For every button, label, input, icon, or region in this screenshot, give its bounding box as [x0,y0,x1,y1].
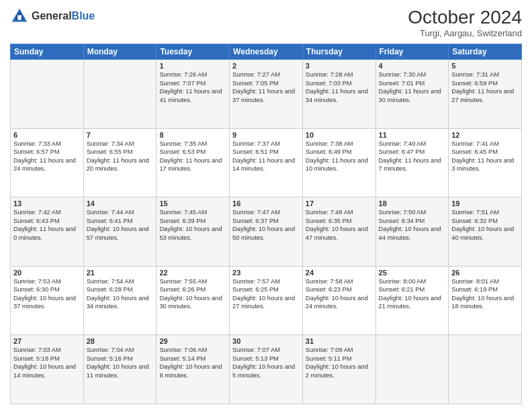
day-info: Sunrise: 7:53 AM Sunset: 6:30 PM Dayligh… [13,277,81,311]
calendar-cell: 15Sunrise: 7:45 AM Sunset: 6:39 PM Dayli… [157,197,230,267]
location: Turgi, Aargau, Switzerland [408,28,522,38]
calendar-cell: 6Sunrise: 7:33 AM Sunset: 6:57 PM Daylig… [11,128,84,197]
day-number: 16 [232,199,300,208]
day-number: 5 [451,62,519,70]
day-info: Sunrise: 8:01 AM Sunset: 6:19 PM Dayligh… [451,277,519,311]
calendar-week-2: 6Sunrise: 7:33 AM Sunset: 6:57 PM Daylig… [11,128,522,197]
calendar-cell: 7Sunrise: 7:34 AM Sunset: 6:55 PM Daylig… [83,128,157,197]
day-number: 25 [379,269,446,277]
calendar-header-friday: Friday [375,44,449,60]
calendar-cell: 9Sunrise: 7:37 AM Sunset: 6:51 PM Daylig… [230,128,303,197]
logo: GeneralBlue [10,7,95,26]
calendar-cell: 27Sunrise: 7:03 AM Sunset: 5:18 PM Dayli… [11,335,84,404]
header: GeneralBlue October 2024 Turgi, Aargau, … [10,7,522,38]
day-number: 20 [13,269,81,277]
calendar-week-1: 1Sunrise: 7:26 AM Sunset: 7:07 PM Daylig… [11,60,522,129]
calendar-week-4: 20Sunrise: 7:53 AM Sunset: 6:30 PM Dayli… [11,266,522,335]
day-number: 13 [13,199,81,208]
day-info: Sunrise: 7:50 AM Sunset: 6:34 PM Dayligh… [379,208,446,242]
logo-general: General [32,10,72,21]
day-info: Sunrise: 7:07 AM Sunset: 5:13 PM Dayligh… [232,346,300,379]
calendar-header-sunday: Sunday [11,44,84,60]
day-info: Sunrise: 7:57 AM Sunset: 6:25 PM Dayligh… [232,277,300,311]
day-number: 21 [87,269,154,277]
day-info: Sunrise: 7:03 AM Sunset: 5:18 PM Dayligh… [13,346,81,379]
logo-blue: Blue [72,10,95,21]
calendar-cell: 26Sunrise: 8:01 AM Sunset: 6:19 PM Dayli… [449,266,522,335]
calendar-header-monday: Monday [83,44,157,60]
calendar-cell: 10Sunrise: 7:38 AM Sunset: 6:49 PM Dayli… [302,128,375,197]
logo-text: GeneralBlue [32,10,95,22]
day-info: Sunrise: 7:45 AM Sunset: 6:39 PM Dayligh… [159,208,226,242]
day-number: 30 [232,337,300,345]
day-number: 9 [232,131,300,139]
calendar-header-row: SundayMondayTuesdayWednesdayThursdayFrid… [11,44,522,60]
day-info: Sunrise: 7:48 AM Sunset: 6:35 PM Dayligh… [306,208,373,242]
calendar-header-tuesday: Tuesday [157,44,230,60]
calendar-cell: 12Sunrise: 7:41 AM Sunset: 6:45 PM Dayli… [449,128,522,197]
day-number: 7 [87,131,154,139]
day-info: Sunrise: 8:00 AM Sunset: 6:21 PM Dayligh… [379,277,446,311]
calendar-cell: 20Sunrise: 7:53 AM Sunset: 6:30 PM Dayli… [11,266,84,335]
day-info: Sunrise: 7:41 AM Sunset: 6:45 PM Dayligh… [451,140,519,173]
day-info: Sunrise: 7:51 AM Sunset: 6:32 PM Dayligh… [451,208,519,242]
day-number: 26 [451,269,519,277]
calendar-week-5: 27Sunrise: 7:03 AM Sunset: 5:18 PM Dayli… [11,335,522,404]
calendar-header-wednesday: Wednesday [230,44,303,60]
day-info: Sunrise: 7:54 AM Sunset: 6:28 PM Dayligh… [87,277,154,311]
calendar-cell: 21Sunrise: 7:54 AM Sunset: 6:28 PM Dayli… [83,266,157,335]
day-number: 29 [159,337,226,345]
day-info: Sunrise: 7:37 AM Sunset: 6:51 PM Dayligh… [232,140,300,173]
day-number: 12 [451,131,519,139]
day-number: 6 [13,131,81,139]
day-number: 19 [451,199,519,208]
calendar-table: SundayMondayTuesdayWednesdayThursdayFrid… [10,44,522,404]
month-title: October 2024 [408,7,522,28]
day-info: Sunrise: 7:06 AM Sunset: 5:14 PM Dayligh… [159,346,226,379]
day-info: Sunrise: 7:26 AM Sunset: 7:07 PM Dayligh… [159,71,226,104]
day-number: 28 [87,337,154,345]
day-info: Sunrise: 7:44 AM Sunset: 6:41 PM Dayligh… [87,208,154,242]
calendar-cell: 3Sunrise: 7:28 AM Sunset: 7:03 PM Daylig… [302,60,375,129]
calendar-cell: 19Sunrise: 7:51 AM Sunset: 6:32 PM Dayli… [449,197,522,267]
day-number: 3 [306,62,373,70]
calendar-cell: 2Sunrise: 7:27 AM Sunset: 7:05 PM Daylig… [230,60,303,129]
calendar-cell: 11Sunrise: 7:40 AM Sunset: 6:47 PM Dayli… [375,128,449,197]
day-info: Sunrise: 7:04 AM Sunset: 5:16 PM Dayligh… [87,346,154,379]
day-info: Sunrise: 7:31 AM Sunset: 6:59 PM Dayligh… [451,71,519,104]
calendar-cell: 14Sunrise: 7:44 AM Sunset: 6:41 PM Dayli… [83,197,157,267]
day-info: Sunrise: 7:27 AM Sunset: 7:05 PM Dayligh… [232,71,300,104]
day-number: 17 [306,199,373,208]
calendar-cell: 31Sunrise: 7:09 AM Sunset: 5:11 PM Dayli… [302,335,375,404]
day-number: 4 [379,62,446,70]
calendar-cell [449,335,522,404]
calendar-cell: 30Sunrise: 7:07 AM Sunset: 5:13 PM Dayli… [230,335,303,404]
calendar-cell: 24Sunrise: 7:58 AM Sunset: 6:23 PM Dayli… [302,266,375,335]
day-number: 22 [159,269,226,277]
calendar-header-thursday: Thursday [302,44,375,60]
calendar-cell [11,60,84,129]
day-number: 14 [87,199,154,208]
calendar-cell: 28Sunrise: 7:04 AM Sunset: 5:16 PM Dayli… [83,335,157,404]
day-number: 23 [232,269,300,277]
day-number: 2 [232,62,300,70]
day-number: 24 [306,269,373,277]
page: GeneralBlue October 2024 Turgi, Aargau, … [0,0,532,411]
calendar-cell: 25Sunrise: 8:00 AM Sunset: 6:21 PM Dayli… [375,266,449,335]
day-info: Sunrise: 7:40 AM Sunset: 6:47 PM Dayligh… [379,140,446,173]
day-info: Sunrise: 7:58 AM Sunset: 6:23 PM Dayligh… [306,277,373,311]
day-number: 27 [13,337,81,345]
calendar-cell: 8Sunrise: 7:35 AM Sunset: 6:53 PM Daylig… [157,128,230,197]
calendar-cell: 1Sunrise: 7:26 AM Sunset: 7:07 PM Daylig… [157,60,230,129]
day-info: Sunrise: 7:38 AM Sunset: 6:49 PM Dayligh… [306,140,373,173]
calendar-cell [375,335,449,404]
day-info: Sunrise: 7:34 AM Sunset: 6:55 PM Dayligh… [87,140,154,173]
calendar-cell: 22Sunrise: 7:55 AM Sunset: 6:26 PM Dayli… [157,266,230,335]
logo-icon [10,7,29,26]
calendar-cell: 16Sunrise: 7:47 AM Sunset: 6:37 PM Dayli… [230,197,303,267]
day-info: Sunrise: 7:09 AM Sunset: 5:11 PM Dayligh… [306,346,373,379]
calendar-cell: 23Sunrise: 7:57 AM Sunset: 6:25 PM Dayli… [230,266,303,335]
calendar-cell [83,60,157,129]
calendar-cell: 4Sunrise: 7:30 AM Sunset: 7:01 PM Daylig… [375,60,449,129]
day-info: Sunrise: 7:30 AM Sunset: 7:01 PM Dayligh… [379,71,446,104]
